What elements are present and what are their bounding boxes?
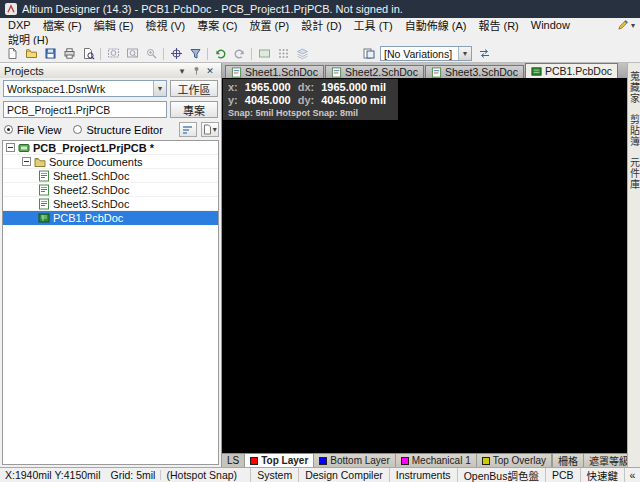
tree-item-sheet1[interactable]: Sheet1.SchDoc [3, 169, 218, 183]
undo-icon [214, 47, 227, 60]
hud-dx-label: dx: [298, 81, 315, 94]
project-field[interactable]: PCB_Project1.PrjPCB [3, 101, 167, 118]
workspace-button[interactable]: 工作區 [170, 80, 218, 97]
heads-up-display: x: 1965.000 dx: 1965.000 mil y: 4045.000… [223, 79, 398, 120]
layer-tab-mechanical-1[interactable]: Mechanical 1 [396, 454, 477, 467]
document-tab-label: Sheet3.SchDoc [445, 66, 518, 78]
layer-tab-label: Bottom Layer [330, 455, 389, 466]
layer-stack-icon [296, 47, 309, 60]
open-button[interactable] [22, 46, 40, 62]
tree-item-sheet2[interactable]: Sheet2.SchDoc [3, 183, 218, 197]
tree-item-source-documents[interactable]: Source Documents [3, 155, 218, 169]
panel-close-button[interactable]: ✕ [203, 65, 217, 77]
undo-button[interactable] [211, 46, 229, 62]
workspace-row: Workspace1.DsnWrk ▾ 工作區 [0, 78, 221, 99]
cursor-coordinates: X:1940mil Y:4150mil [0, 469, 106, 481]
layer-tab-bottom-layer[interactable]: Bottom Layer [314, 454, 395, 467]
layer-tab-top-layer[interactable]: Top Layer [245, 454, 314, 467]
schematic-icon [231, 67, 242, 78]
layer-sets-button[interactable]: LS [222, 454, 245, 467]
document-tab-label: Sheet2.SchDoc [345, 66, 418, 78]
menu-item-edit[interactable]: 編輯 (E) [88, 18, 140, 32]
hud-y-value: 4045.000 [245, 94, 291, 107]
redo-button[interactable] [230, 46, 248, 62]
collapse-icon[interactable] [6, 143, 15, 152]
variations-select[interactable]: [No Variations] ▾ [380, 46, 472, 61]
panel-group-shortcuts[interactable]: 快速鍵 [580, 468, 625, 482]
panel-group-pcb[interactable]: PCB [545, 468, 580, 482]
zoom-selection-button[interactable] [142, 46, 160, 62]
project-button[interactable]: 專案 [170, 101, 218, 118]
panel-menu-button[interactable]: ▾ [175, 65, 189, 77]
hud-x-label: x: [228, 81, 238, 94]
menu-item-tools[interactable]: 工具 (T) [348, 18, 399, 32]
menu-item-window[interactable]: Window [525, 18, 576, 32]
document-tab-label: PCB1.PcbDoc [545, 65, 612, 77]
compare-button[interactable] [475, 46, 493, 62]
document-tab-bar: Sheet1.SchDoc Sheet2.SchDoc Sheet3.SchDo… [222, 63, 627, 78]
grid-button[interactable] [274, 46, 292, 62]
schematic-icon [38, 170, 50, 182]
print-button[interactable] [60, 46, 78, 62]
zoom-fit-button[interactable] [104, 46, 122, 62]
menu-item-project[interactable]: 專案 (C) [191, 18, 243, 32]
pcb-icon [38, 212, 50, 224]
structure-editor-radio[interactable] [73, 125, 82, 134]
panel-group-instruments[interactable]: Instruments [389, 468, 457, 482]
project-tree: PCB_Project1.PrjPCB * Source Documents S… [2, 140, 219, 465]
document-tab-pcb1[interactable]: PCB1.PcbDoc [525, 63, 618, 78]
main-toolbar: [No Variations] ▾ [0, 45, 640, 63]
quick-edit-button[interactable]: ▾ [612, 19, 640, 31]
panel-tab-libraries[interactable]: 元件庫 [627, 152, 640, 195]
workspace-select[interactable]: Workspace1.DsnWrk ▾ [3, 80, 167, 97]
layer-stack-button[interactable] [293, 46, 311, 62]
save-button[interactable] [41, 46, 59, 62]
open-folder-icon [25, 47, 38, 60]
collapse-panels-button[interactable]: « [624, 468, 640, 482]
menu-item-place[interactable]: 放置 (P) [244, 18, 296, 32]
save-icon [44, 47, 57, 60]
tree-item-sheet3[interactable]: Sheet3.SchDoc [3, 197, 218, 211]
document-options-button[interactable]: ▾ [201, 122, 219, 137]
editor-area: Sheet1.SchDoc Sheet2.SchDoc Sheet3.SchDo… [222, 63, 627, 467]
hud-x-value: 1965.000 [245, 81, 291, 94]
panel-tab-clipboard[interactable]: 剪貼簿 [627, 109, 640, 152]
mask-level-button[interactable]: 遮罩等級 [583, 454, 627, 467]
print-icon [63, 47, 76, 60]
panel-tab-favorites[interactable]: 蒐藏家 [627, 66, 640, 109]
tree-item-pcb1[interactable]: PCB1.PcbDoc [3, 211, 218, 225]
panel-group-design-compiler[interactable]: Design Compiler [298, 468, 389, 482]
tree-item-project[interactable]: PCB_Project1.PrjPCB * [3, 141, 218, 155]
board-shape-button[interactable] [255, 46, 273, 62]
cross-probe-button[interactable] [167, 46, 185, 62]
variant-button[interactable] [359, 46, 377, 62]
document-tab-sheet1[interactable]: Sheet1.SchDoc [225, 65, 324, 78]
projects-panel-title: Projects [4, 65, 175, 77]
filter-icon [189, 47, 202, 60]
document-tab-sheet2[interactable]: Sheet2.SchDoc [325, 65, 424, 78]
layer-tab-top-overlay[interactable]: Top Overlay [477, 454, 552, 467]
right-panel-tab-strip: 蒐藏家 剪貼簿 元件庫 [627, 63, 640, 467]
filter-button[interactable] [186, 46, 204, 62]
pcb-canvas[interactable]: x: 1965.000 dx: 1965.000 mil y: 4045.000… [222, 78, 627, 453]
menu-item-view[interactable]: 檢視 (V) [139, 18, 191, 32]
panel-group-openbus[interactable]: OpenBus調色盤 [457, 468, 545, 482]
sort-icon [182, 124, 193, 135]
file-view-radio[interactable] [4, 125, 13, 134]
menu-item-reports[interactable]: 報告 (R) [472, 18, 524, 32]
collapse-icon[interactable] [22, 157, 31, 166]
menu-item-design[interactable]: 設計 (D) [295, 18, 347, 32]
document-tab-sheet3[interactable]: Sheet3.SchDoc [425, 65, 524, 78]
print-preview-button[interactable] [79, 46, 97, 62]
panel-pin-button[interactable] [189, 65, 203, 77]
grid-settings-button[interactable]: 柵格 [552, 454, 583, 467]
title-bar: Altium Designer (14.3) - PCB1.PcbDoc - P… [0, 0, 640, 18]
hud-dx-value: 1965.000 mil [321, 81, 386, 94]
grid-readout: Grid: 5mil [106, 469, 161, 481]
sort-button[interactable] [179, 122, 197, 137]
new-document-button[interactable] [3, 46, 21, 62]
menu-item-help[interactable]: 說明 (H) [2, 32, 54, 45]
menu-item-autoroute[interactable]: 自動佈線 (A) [399, 18, 473, 32]
zoom-area-button[interactable] [123, 46, 141, 62]
panel-group-system[interactable]: System [250, 468, 298, 482]
